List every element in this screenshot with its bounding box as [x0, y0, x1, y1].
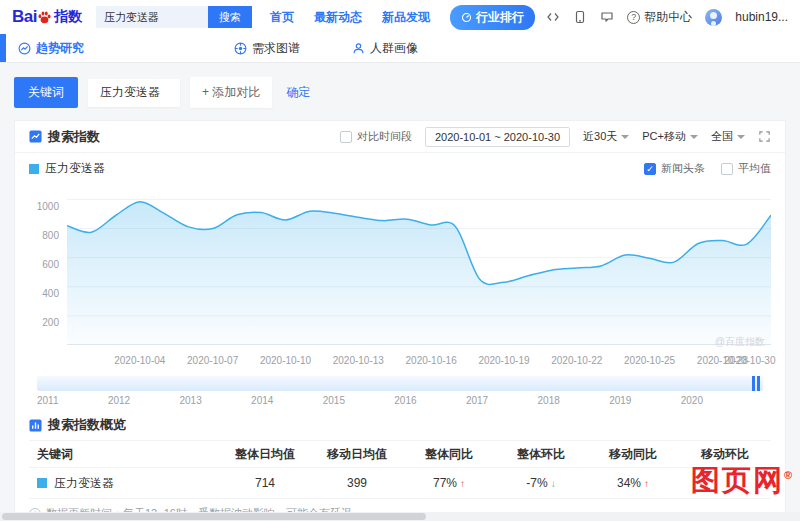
brush-handle[interactable]	[752, 376, 760, 391]
tab-demand-graph[interactable]: 需求图谱	[234, 40, 300, 57]
x-axis-label: 2020-10-04	[114, 355, 165, 366]
overview-title-wrap: 搜索指数概览	[15, 406, 785, 440]
timeline-year: 2020	[681, 395, 703, 406]
scrollbar-thumb[interactable]	[2, 513, 426, 520]
panel-title: 搜索指数	[48, 128, 100, 146]
timeline-year: 2015	[323, 395, 345, 406]
keyword-toolbar: 关键词 + 添加对比 确定	[14, 77, 786, 108]
region-select[interactable]: 全国	[711, 129, 745, 144]
y-axis-label: 200	[29, 316, 59, 327]
timeline-brush[interactable]	[37, 376, 763, 391]
y-axis-label: 1000	[29, 200, 59, 211]
timeline-year: 2017	[466, 395, 488, 406]
top-navigation: 首页 最新动态 新品发现 行业排行	[270, 5, 535, 30]
baidu-paw-icon	[37, 10, 52, 25]
logo-text-suffix: 指数	[54, 8, 82, 26]
person-icon	[352, 42, 365, 55]
trend-icon	[18, 42, 31, 55]
add-compare-button[interactable]: + 添加对比	[190, 77, 272, 108]
overview-title: 搜索指数概览	[48, 416, 126, 434]
mobile-icon[interactable]	[573, 10, 587, 24]
keyword-input[interactable]	[88, 79, 180, 107]
sub-navigation: 趋势研究 需求图谱 人群画像	[0, 34, 800, 63]
y-axis-label: 400	[29, 287, 59, 298]
device-select[interactable]: PC+移动	[642, 129, 698, 144]
search-input[interactable]	[96, 6, 208, 28]
x-axis: 2020-10-042020-10-072020-10-102020-10-13…	[67, 354, 771, 368]
username[interactable]: hubin19...	[735, 10, 788, 24]
chevron-down-icon	[621, 135, 629, 139]
code-icon[interactable]	[546, 10, 560, 24]
baidu-index-logo[interactable]: Bai 指数	[12, 7, 82, 27]
nav-latest-news[interactable]: 最新动态	[314, 9, 362, 26]
site-watermark: 图页网®	[691, 461, 792, 501]
date-range-picker[interactable]: 2020-10-01 ~ 2020-10-30	[425, 127, 570, 147]
timeline-year: 2012	[108, 395, 130, 406]
column-header: 移动环比	[679, 446, 771, 463]
compare-checkbox-icon[interactable]	[340, 131, 352, 143]
search-button[interactable]: 搜索	[208, 6, 252, 28]
chart-area: @百度指数 2004006008001000	[29, 185, 771, 353]
fullscreen-icon[interactable]	[758, 130, 771, 143]
chart-controls: 对比时间段 2020-10-01 ~ 2020-10-30 近30天 PC+移动…	[340, 127, 771, 147]
series-swatch	[37, 478, 47, 488]
y-axis-label: 800	[29, 229, 59, 240]
search-index-card: 搜索指数 对比时间段 2020-10-01 ~ 2020-10-30 近30天 …	[14, 120, 786, 521]
keyword-cell[interactable]: 压力变送器	[29, 475, 219, 492]
radar-icon	[234, 42, 247, 55]
help-center-link[interactable]: ? 帮助中心	[627, 9, 692, 26]
x-axis-label: 2020-10-30	[724, 355, 775, 366]
column-header: 整体日均值	[219, 446, 311, 463]
chevron-down-icon	[737, 135, 745, 139]
user-avatar[interactable]	[705, 9, 722, 26]
checkbox-icon[interactable]	[721, 163, 733, 175]
timeline-year: 2018	[538, 395, 560, 406]
help-icon: ?	[627, 11, 640, 24]
timeline-year: 2019	[609, 395, 631, 406]
metric-cell: 77%↑	[403, 476, 495, 490]
checkbox-icon[interactable]: ✓	[644, 163, 656, 175]
overview-table-row: 压力变送器71439977%↑-7%↓34%↑	[29, 468, 771, 499]
x-axis-label: 2020-10-25	[624, 355, 675, 366]
metric-cell: 34%↑	[587, 476, 679, 490]
up-arrow-icon: ↑	[460, 478, 465, 489]
horizontal-scrollbar[interactable]	[0, 512, 800, 521]
keyword-button[interactable]: 关键词	[14, 77, 78, 108]
x-axis-label: 2020-10-16	[406, 355, 457, 366]
active-section-accent	[0, 34, 6, 62]
up-arrow-icon: ↑	[644, 478, 649, 489]
tab-trend-research[interactable]: 趋势研究	[18, 40, 84, 57]
toggle-average[interactable]: 平均值	[721, 161, 771, 176]
timeline-year: 2014	[251, 395, 273, 406]
logo-text-bai: Bai	[12, 7, 37, 27]
x-axis-label: 2020-10-19	[478, 355, 529, 366]
chart-watermark: @百度指数	[715, 335, 765, 349]
column-header: 移动同比	[587, 446, 679, 463]
message-icon[interactable]	[600, 10, 614, 24]
timeline-years: 2011201220132014201520162017201820192020	[37, 391, 763, 406]
industry-ranking-button[interactable]: 行业排行	[450, 5, 535, 30]
timeline-year: 2013	[179, 395, 201, 406]
card-header: 搜索指数 对比时间段 2020-10-01 ~ 2020-10-30 近30天 …	[15, 121, 785, 153]
metric-cell: 714	[219, 476, 311, 490]
nav-home[interactable]: 首页	[270, 9, 294, 26]
timeline-year: 2016	[394, 395, 416, 406]
nav-new-products[interactable]: 新品发现	[382, 9, 430, 26]
overview-table: 关键词整体日均值移动日均值整体同比整体环比移动同比移动环比压力变送器714399…	[29, 440, 771, 499]
compare-period-toggle[interactable]: 对比时间段	[340, 129, 412, 144]
legend-item[interactable]: 压力变送器	[29, 160, 105, 177]
search-index-chart[interactable]	[67, 185, 771, 345]
search-index-icon	[29, 130, 42, 143]
ranking-gauge-icon	[461, 12, 472, 23]
tab-audience-profile[interactable]: 人群画像	[352, 40, 418, 57]
column-header: 关键词	[29, 446, 219, 463]
toggle-news-headline[interactable]: ✓新闻头条	[644, 161, 705, 176]
column-header: 整体同比	[403, 446, 495, 463]
down-arrow-icon: ↓	[551, 478, 556, 489]
overview-icon	[29, 419, 42, 432]
panel-title-wrap: 搜索指数	[29, 128, 100, 146]
confirm-link[interactable]: 确定	[286, 84, 310, 101]
header-right-tools: ? 帮助中心 hubin19...	[546, 9, 788, 26]
top-header: Bai 指数 搜索 首页 最新动态 新品发现 行业排行	[0, 0, 800, 34]
time-range-select[interactable]: 近30天	[583, 129, 629, 144]
